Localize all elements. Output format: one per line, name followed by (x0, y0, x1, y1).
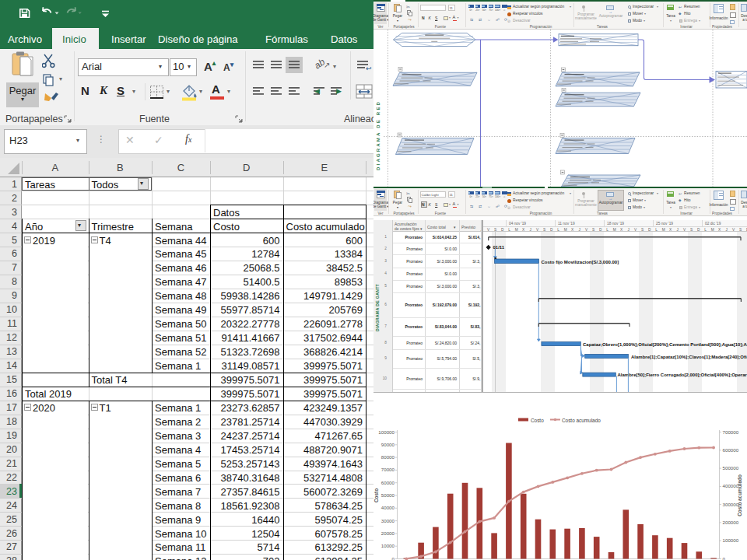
svg-text:Costo fijo Movilizacion[S/.3,0: Costo fijo Movilizacion[S/.3,000.00] (542, 260, 619, 264)
svg-text:80000: 80000 (381, 454, 395, 460)
svg-text:40000: 40000 (381, 505, 395, 510)
svg-text:200000: 200000 (723, 520, 739, 525)
svg-text:90000: 90000 (381, 442, 395, 447)
svg-text:50000: 50000 (381, 492, 395, 498)
svg-text:Capataz;Obrero[1,000%];Oficial: Capataz;Obrero[1,000%];Oficial[200%];Cem… (583, 342, 747, 347)
svg-text:700000: 700000 (723, 429, 739, 435)
svg-text:100000: 100000 (378, 429, 395, 435)
svg-text:0: 0 (392, 556, 395, 560)
svg-text:600000: 600000 (723, 447, 739, 453)
svg-text:500000: 500000 (723, 465, 739, 471)
svg-text:Costo acumulado: Costo acumulado (562, 418, 601, 423)
svg-text:Alambre[1];Capataz[10%];Clavos: Alambre[1];Capataz[10%];Clavos[1];Madera… (631, 355, 747, 359)
svg-text:60000: 60000 (381, 480, 395, 485)
svg-text:Costo acumulado: Costo acumulado (737, 474, 742, 516)
svg-text:0: 0 (723, 556, 726, 560)
svg-text:10000: 10000 (381, 543, 395, 548)
svg-text:Costo: Costo (531, 418, 544, 423)
svg-text:30000: 30000 (381, 518, 395, 523)
svg-text:Costo: Costo (374, 488, 379, 502)
svg-text:Alambre[50];Fierro Corrugado[2: Alambre[50];Fierro Corrugado[2,000];Ofic… (618, 373, 747, 377)
svg-text:100000: 100000 (723, 537, 739, 543)
svg-text:20000: 20000 (381, 530, 395, 536)
svg-text:70000: 70000 (381, 467, 395, 472)
svg-text:01/11: 01/11 (493, 245, 505, 250)
